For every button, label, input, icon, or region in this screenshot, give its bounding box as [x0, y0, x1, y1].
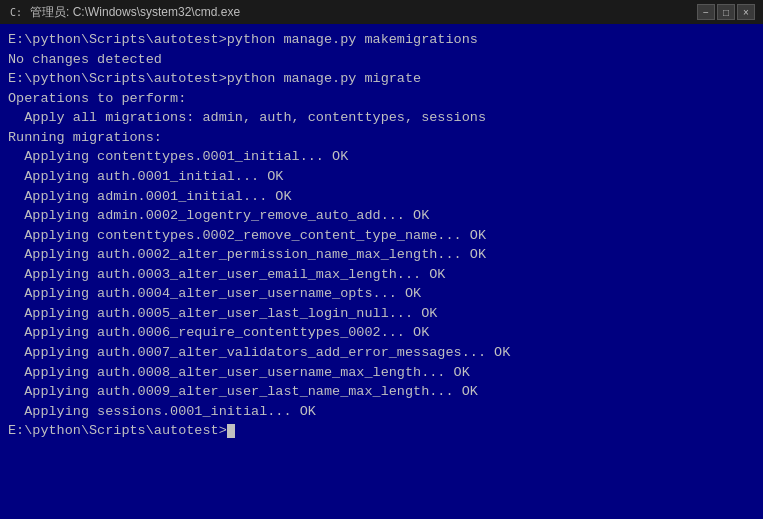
- restore-button[interactable]: □: [717, 4, 735, 20]
- console-line: Applying auth.0001_initial... OK: [8, 167, 755, 187]
- console-line: Running migrations:: [8, 128, 755, 148]
- console-line: Applying auth.0005_alter_user_last_login…: [8, 304, 755, 324]
- cursor: [227, 424, 235, 438]
- cmd-icon: C:: [8, 4, 24, 20]
- console-line: Apply all migrations: admin, auth, conte…: [8, 108, 755, 128]
- svg-text:C:: C:: [10, 7, 22, 18]
- title-bar-controls: − □ ×: [697, 4, 755, 20]
- console-line: Applying auth.0006_require_contenttypes_…: [8, 323, 755, 343]
- console-line: Applying admin.0001_initial... OK: [8, 187, 755, 207]
- console-line: Operations to perform:: [8, 89, 755, 109]
- console-line: Applying auth.0002_alter_permission_name…: [8, 245, 755, 265]
- console-line: E:\python\Scripts\autotest>python manage…: [8, 69, 755, 89]
- title-bar: C: 管理员: C:\Windows\system32\cmd.exe − □ …: [0, 0, 763, 24]
- console-line: Applying contenttypes.0001_initial... OK: [8, 147, 755, 167]
- console-line: Applying admin.0002_logentry_remove_auto…: [8, 206, 755, 226]
- cmd-window: C: 管理员: C:\Windows\system32\cmd.exe − □ …: [0, 0, 763, 519]
- console-line: Applying contenttypes.0002_remove_conten…: [8, 226, 755, 246]
- console-line: Applying auth.0003_alter_user_email_max_…: [8, 265, 755, 285]
- console-line: Applying auth.0007_alter_validators_add_…: [8, 343, 755, 363]
- console-line: Applying auth.0009_alter_user_last_name_…: [8, 382, 755, 402]
- console-line: No changes detected: [8, 50, 755, 70]
- console-output: E:\python\Scripts\autotest>python manage…: [0, 24, 763, 519]
- close-button[interactable]: ×: [737, 4, 755, 20]
- console-line: E:\python\Scripts\autotest>: [8, 421, 755, 441]
- console-line: Applying sessions.0001_initial... OK: [8, 402, 755, 422]
- title-bar-left: C: 管理员: C:\Windows\system32\cmd.exe: [8, 4, 240, 21]
- console-line: Applying auth.0004_alter_user_username_o…: [8, 284, 755, 304]
- minimize-button[interactable]: −: [697, 4, 715, 20]
- console-line: E:\python\Scripts\autotest>python manage…: [8, 30, 755, 50]
- title-bar-text: 管理员: C:\Windows\system32\cmd.exe: [30, 4, 240, 21]
- console-line: Applying auth.0008_alter_user_username_m…: [8, 363, 755, 383]
